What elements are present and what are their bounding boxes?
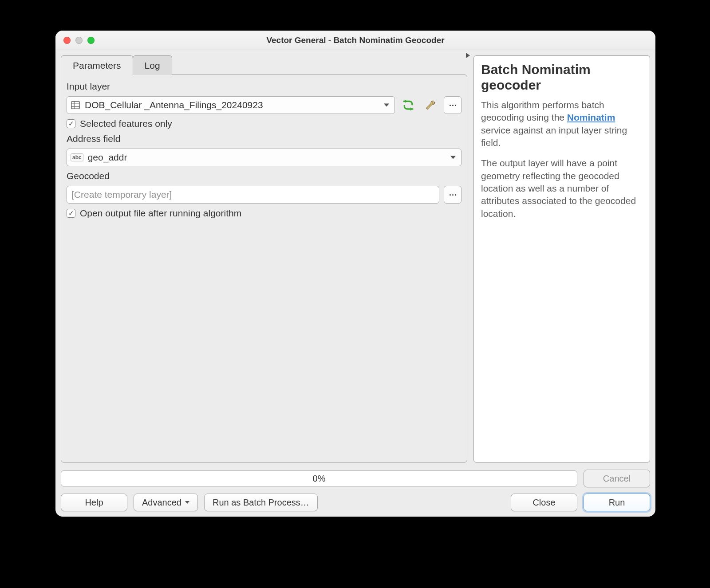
chevron-down-icon (384, 104, 389, 107)
advanced-options-button[interactable] (422, 96, 439, 114)
cancel-button[interactable]: Cancel (584, 470, 650, 487)
address-field-value: geo_addr (88, 152, 127, 163)
help-button-label: Help (85, 498, 103, 508)
geocoded-row: [Create temporary layer] (67, 186, 462, 204)
input-layer-browse-button[interactable] (444, 96, 462, 114)
input-layer-value: DOB_Cellular _Antenna_Filings_20240923 (85, 100, 263, 110)
input-layer-label: Input layer (67, 81, 462, 92)
minimize-window-icon[interactable] (75, 37, 83, 44)
window-controls (63, 37, 95, 44)
geocoded-label: Geocoded (67, 171, 462, 181)
ellipsis-icon (450, 105, 456, 106)
svg-rect-0 (71, 102, 79, 109)
main-row: Parameters Log Input layer DOB_Cellular (61, 50, 650, 463)
svg-marker-5 (410, 107, 413, 111)
table-layer-icon (71, 100, 80, 110)
checkbox-checked-icon: ✓ (67, 209, 75, 218)
advanced-button[interactable]: Advanced (134, 494, 198, 511)
run-as-batch-label: Run as Batch Process… (213, 498, 309, 508)
selected-only-label: Selected features only (80, 118, 172, 129)
input-layer-row: DOB_Cellular _Antenna_Filings_20240923 (67, 96, 462, 114)
tab-log[interactable]: Log (133, 55, 172, 75)
dialog-window: Vector General - Batch Nominatim Geocode… (55, 31, 655, 517)
address-field-row: abc geo_addr (67, 149, 462, 166)
run-button[interactable]: Run (584, 494, 650, 511)
chevron-down-icon (450, 156, 456, 159)
titlebar: Vector General - Batch Nominatim Geocode… (55, 31, 655, 50)
button-row: Help Advanced Run as Batch Process… Clos… (61, 494, 650, 511)
help-panel: Batch Nominatim geocoder This algorithm … (473, 55, 650, 463)
advanced-button-label: Advanced (142, 498, 181, 508)
address-field-combo[interactable]: abc geo_addr (67, 149, 462, 166)
selected-only-checkbox[interactable]: ✓ Selected features only (67, 118, 462, 129)
ellipsis-icon (450, 194, 456, 196)
svg-marker-4 (404, 100, 406, 103)
cancel-button-label: Cancel (603, 474, 631, 484)
dialog-body: Parameters Log Input layer DOB_Cellular (55, 50, 655, 517)
checkbox-checked-icon: ✓ (67, 119, 75, 128)
nominatim-link[interactable]: Nominatim (567, 112, 615, 122)
tab-bar: Parameters Log (61, 55, 467, 75)
geocoded-output-input[interactable]: [Create temporary layer] (67, 186, 439, 204)
help-title: Batch Nominatim geocoder (481, 62, 643, 93)
geocoded-browse-button[interactable] (444, 186, 462, 204)
input-layer-combo[interactable]: DOB_Cellular _Antenna_Filings_20240923 (67, 96, 395, 114)
close-button-label: Close (532, 498, 555, 508)
close-button[interactable]: Close (511, 494, 577, 511)
parameters-panel: Input layer DOB_Cellular _Antenna_Filing… (61, 74, 467, 463)
run-button-label: Run (609, 498, 625, 508)
window-title: Vector General - Batch Nominatim Geocode… (266, 35, 444, 45)
progress-bar: 0% (61, 470, 577, 486)
zoom-window-icon[interactable] (87, 37, 95, 44)
left-column: Parameters Log Input layer DOB_Cellular (61, 55, 467, 463)
tab-parameters-label: Parameters (73, 60, 121, 71)
help-button[interactable]: Help (61, 494, 127, 511)
run-as-batch-button[interactable]: Run as Batch Process… (204, 494, 318, 511)
iterate-features-button[interactable] (399, 96, 417, 114)
open-output-label: Open output file after running algorithm (80, 208, 241, 219)
geocoded-placeholder: [Create temporary layer] (71, 189, 172, 200)
tab-parameters[interactable]: Parameters (61, 55, 133, 75)
tab-log-label: Log (145, 60, 160, 71)
close-window-icon[interactable] (63, 37, 71, 44)
open-output-checkbox[interactable]: ✓ Open output file after running algorit… (67, 208, 462, 219)
text-field-icon: abc (71, 153, 83, 161)
chevron-down-icon (185, 501, 189, 504)
address-field-label: Address field (67, 133, 462, 144)
help-paragraph-2: The output layer will have a point geome… (481, 157, 643, 220)
progress-row: 0% Cancel (61, 470, 650, 487)
progress-text: 0% (313, 474, 326, 484)
help-paragraph-1: This algorithm performs batch geocoding … (481, 99, 643, 149)
